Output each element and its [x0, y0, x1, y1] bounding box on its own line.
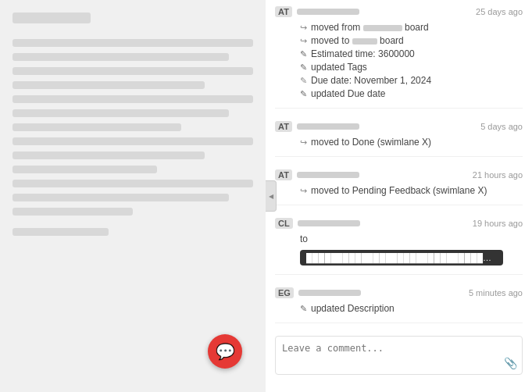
avatar-name-skeleton-2	[297, 123, 359, 130]
activity-item-moved-to-board: ↪ moved to board	[300, 35, 523, 46]
activity-header-5: EG 5 minutes ago	[275, 287, 523, 298]
activity-items-3: ↪ moved to Pending Feedback (swimlane X)	[275, 185, 523, 196]
avatar-initials-1: AT	[275, 6, 292, 17]
comment-input[interactable]	[279, 340, 502, 371]
to-label: to	[300, 233, 308, 244]
activity-item-moved-done: ↪ moved to Done (swimlane X)	[300, 137, 523, 148]
activity-group-4: CL 19 hours ago to █████████████████████…	[275, 218, 523, 275]
calendar-icon-1: ✎	[300, 76, 307, 86]
left-skeleton-5	[12, 95, 253, 103]
activity-item-comment: ████████████████████████████████████	[300, 247, 523, 265]
updated-due-date-text: updated Due date	[311, 88, 385, 99]
activity-items-2: ↪ moved to Done (swimlane X)	[275, 137, 523, 148]
left-skeleton-10	[12, 166, 157, 173]
activity-item-updated-due-date: ✎ updated Due date	[300, 88, 523, 99]
activity-items-4: to ████████████████████████████████████	[275, 233, 523, 265]
updated-tags-text: updated Tags	[311, 62, 367, 73]
activity-time-2: 5 days ago	[480, 122, 523, 131]
left-skeleton-4	[12, 81, 205, 89]
left-skeleton-9	[12, 151, 205, 159]
activity-item-updated-tags: ✎ updated Tags	[300, 62, 523, 73]
from-board-skeleton	[363, 25, 402, 31]
activity-items-1: ↪ moved from board ↪ moved to board ✎ Es…	[275, 22, 523, 99]
left-skeleton-12	[12, 194, 229, 201]
avatar-name-skeleton-1	[297, 9, 359, 15]
arrow-icon-4: ↪	[300, 186, 307, 196]
activity-time-4: 19 hours ago	[473, 219, 523, 228]
activity-time-1: 25 days ago	[476, 7, 523, 16]
activity-avatar-4: CL	[275, 218, 360, 229]
left-skeleton-8	[12, 137, 253, 145]
activity-avatar-2: AT	[275, 121, 359, 132]
activity-time-3: 21 hours ago	[473, 170, 523, 180]
edit-icon-1: ✎	[300, 49, 307, 59]
moved-done-text: moved to Done (swimlane X)	[311, 137, 431, 148]
activity-item-updated-description: ✎ updated Description	[300, 303, 523, 314]
activity-feed: AT 25 days ago ↪ moved from board ↪ move…	[266, 0, 532, 392]
attachment-icon[interactable]: 📎	[502, 355, 519, 371]
activity-avatar-1: AT	[275, 6, 359, 17]
left-skeleton-3	[12, 67, 253, 75]
activity-time-5: 5 minutes ago	[469, 288, 523, 298]
comment-input-section[interactable]: 📎	[275, 336, 523, 375]
activity-item-due-date-value: ✎ Due date: November 1, 2024	[300, 75, 523, 86]
avatar-initials-4: CL	[275, 218, 293, 229]
activity-header-3: AT 21 hours ago	[275, 169, 523, 180]
activity-item-estimated-time: ✎ Estimated time: 3600000	[300, 48, 523, 59]
avatar-initials-2: AT	[275, 121, 292, 132]
activity-header-1: AT 25 days ago	[275, 6, 523, 17]
left-skeleton-2	[12, 53, 229, 61]
comment-text: ████████████████████████████████████	[300, 250, 503, 265]
moved-to-board-text: moved to board	[311, 35, 404, 46]
avatar-initials-3: AT	[275, 169, 292, 180]
left-skeleton-7	[12, 123, 181, 131]
left-skeleton-footer	[12, 228, 109, 236]
due-date-text: Due date: November 1, 2024	[311, 75, 431, 86]
arrow-icon-2: ↪	[300, 36, 307, 46]
activity-group-5: EG 5 minutes ago ✎ updated Description	[275, 287, 523, 323]
chat-fab-button[interactable]: 💬	[208, 334, 242, 369]
collapse-button[interactable]	[266, 180, 277, 212]
activity-item-moved-pending: ↪ moved to Pending Feedback (swimlane X)	[300, 185, 523, 196]
left-skeleton-13	[12, 208, 133, 216]
edit-icon-2: ✎	[300, 62, 307, 73]
edit-icon-3: ✎	[300, 89, 307, 99]
activity-group-1: AT 25 days ago ↪ moved from board ↪ move…	[275, 6, 523, 109]
activity-item-to: to	[300, 233, 523, 244]
activity-avatar-5: EG	[275, 287, 361, 298]
avatar-name-skeleton-4	[298, 220, 360, 226]
left-skeleton-11	[12, 180, 253, 187]
arrow-icon-3: ↪	[300, 137, 307, 148]
left-skeleton-1	[12, 39, 253, 47]
left-skeleton-title	[12, 12, 91, 23]
activity-header-4: CL 19 hours ago	[275, 218, 523, 229]
left-skeleton-6	[12, 109, 229, 117]
activity-group-3: AT 21 hours ago ↪ moved to Pending Feedb…	[275, 169, 523, 205]
to-board-skeleton	[352, 38, 377, 45]
chat-icon: 💬	[216, 344, 235, 359]
arrow-icon-1: ↪	[300, 23, 307, 33]
edit-icon-4: ✎	[300, 304, 307, 314]
activity-items-5: ✎ updated Description	[275, 303, 523, 314]
activity-avatar-3: AT	[275, 169, 359, 180]
avatar-name-skeleton-5	[298, 290, 361, 296]
estimated-time-text: Estimated time: 3600000	[311, 48, 415, 59]
activity-header-2: AT 5 days ago	[275, 121, 523, 132]
avatar-name-skeleton-3	[297, 172, 359, 178]
updated-description-text: updated Description	[311, 303, 395, 314]
moved-pending-text: moved to Pending Feedback (swimlane X)	[311, 185, 487, 196]
moved-from-text: moved from board	[311, 22, 429, 33]
activity-group-2: AT 5 days ago ↪ moved to Done (swimlane …	[275, 121, 523, 157]
left-panel: 💬	[0, 0, 266, 392]
avatar-initials-5: EG	[275, 287, 294, 298]
activity-item-moved-from: ↪ moved from board	[300, 22, 523, 33]
